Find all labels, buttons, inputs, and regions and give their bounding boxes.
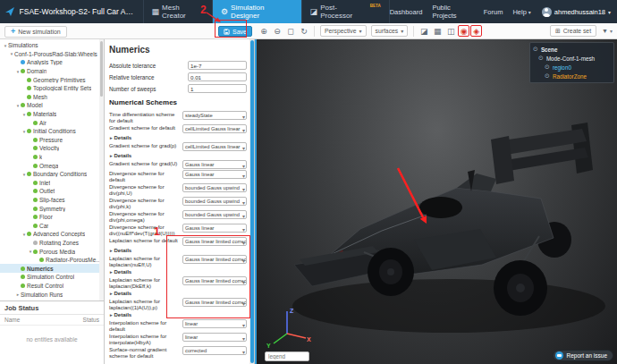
tree-item-symmetry[interactable]: Symmetry — [0, 204, 104, 213]
render-mode-select[interactable]: surfaces ▾ — [371, 25, 409, 37]
tab-post-processor[interactable]: ◪Post-ProcessorBETA — [301, 0, 390, 23]
scheme-select-gradient-scheme-for-grad-p[interactable]: cellLimited Gauss linear▾ — [182, 142, 247, 151]
details-toggle[interactable]: ▸Details — [110, 152, 247, 158]
scheme-select-laplacian-scheme-for-laplacian-dkeff-k[interactable]: Gauss linear limited correct...▾ — [182, 276, 247, 285]
new-simulation-button[interactable]: + New simulation — [4, 26, 67, 38]
tree-item-domain[interactable]: ▾Domain — [0, 67, 104, 76]
filter-menu[interactable]: ▼ ▾ — [602, 28, 613, 34]
scheme-select-laplacian-scheme-for-laplacian-nueff-u[interactable]: Gauss linear limited correct...▾ — [182, 255, 247, 264]
create-set-button[interactable]: ⊞ Create set — [550, 25, 596, 37]
tree-item-outlet[interactable]: Outlet — [0, 187, 104, 196]
tree-item-boundary-conditions[interactable]: ▾Boundary Conditions — [0, 170, 104, 179]
tree-item-conf-1-porousrad-slab-wheels[interactable]: ▾Conf-1-PorousRad-Slab:Wheels — [0, 50, 104, 59]
nav-forum[interactable]: Forum — [484, 8, 503, 16]
scene-root[interactable]: ⊙ Scene — [533, 45, 611, 54]
tree-item-mesh[interactable]: Mesh — [0, 93, 104, 102]
scheme-select-interpolation-scheme-for-interpolate-hbya[interactable]: linear▾ — [182, 333, 247, 342]
tree-item-car[interactable]: Car — [0, 221, 104, 230]
scheme-gradient-scheme-for-default: Gradient scheme for defaultcellLimited G… — [109, 124, 247, 133]
tree-item-numerics[interactable]: Numerics — [0, 264, 104, 273]
zoom-out-icon[interactable]: ⊖ — [271, 25, 283, 37]
pick-region-icon[interactable]: ◈ — [470, 25, 482, 37]
scene-item-radiatorzone[interactable]: ⊙RadiatorZone — [533, 72, 611, 80]
details-label: Details — [114, 153, 132, 158]
scheme-select-interpolation-scheme-for-default[interactable]: linear▾ — [182, 319, 247, 328]
tree-item-geometry-primitives[interactable]: Geometry Primitives — [0, 75, 104, 84]
tree-item-result-control[interactable]: Result Control — [0, 282, 104, 291]
tree-item-analysis-type[interactable]: Analysis Type — [0, 58, 104, 67]
legend-input[interactable] — [265, 351, 309, 361]
tab-simulation-designer[interactable]: ⚙Simulation Designer — [212, 0, 301, 23]
fit-view-icon[interactable]: ◻ — [284, 25, 297, 37]
tree-item-velocity[interactable]: Velocity — [0, 144, 104, 153]
tree-item-simulation-runs[interactable]: ▸Simulation Runs — [0, 290, 104, 299]
scheme-select-surface-normal-gradient-scheme-for-default[interactable]: corrected▾ — [182, 346, 247, 355]
tree-item-simulations[interactable]: ▾Simulations — [0, 41, 104, 50]
tree-scrollbar-thumb[interactable] — [100, 41, 103, 97]
clip-plane-icon[interactable]: ◫ — [444, 25, 457, 37]
eye-icon[interactable]: ⊙ — [545, 72, 550, 80]
user-menu[interactable]: ahmedhussain18 ▾ — [542, 0, 611, 23]
nav-public-projects[interactable]: Public Projects — [432, 4, 473, 20]
reset-view-icon[interactable]: ↻ — [298, 25, 310, 37]
scheme-select-time-differentiation-scheme-for-default[interactable]: steadyState▾ — [182, 111, 247, 120]
details-toggle[interactable]: ▸Details — [110, 290, 247, 296]
scheme-select-divergence-scheme-for-div-phi-omega[interactable]: bounded Gauss upwind▾ — [182, 210, 247, 219]
details-toggle[interactable]: ▸Details — [110, 311, 247, 317]
details-toggle[interactable]: ▸Details — [110, 134, 247, 140]
visibility-icon[interactable]: ◪ — [418, 25, 430, 37]
tree-item-simulation-control[interactable]: Simulation Control — [0, 273, 104, 282]
tree-item-initial-conditions[interactable]: ▾Initial Conditions — [0, 127, 104, 136]
tree-item-air[interactable]: Air — [0, 118, 104, 127]
zoom-in-icon[interactable]: ⊕ — [258, 25, 270, 37]
mesh-display-icon[interactable]: ▦ — [431, 25, 444, 37]
scheme-select-divergence-scheme-for-div-nueff-dev-t-grad-u[interactable]: Gauss linear▾ — [182, 224, 247, 233]
tree-item-rotating-zones[interactable]: Rotating Zones — [0, 239, 104, 248]
3d-viewport[interactable]: ⊙ Scene ⊙Mode-Conf-1-mesh⊙region0⊙Radiat… — [255, 39, 617, 364]
details-toggle[interactable]: ▸Details — [110, 247, 247, 253]
status-dot-green — [33, 198, 38, 202]
details-toggle[interactable]: ▸Details — [110, 268, 247, 275]
nav-help[interactable]: Help▾ — [512, 8, 530, 16]
tree-item-advanced-concepts[interactable]: ▾Advanced Concepts — [0, 230, 104, 239]
save-button[interactable]: Save — [218, 26, 252, 37]
panel-scrollbar[interactable] — [249, 39, 254, 364]
tree-item-topological-entity-sets[interactable]: Topological Entity Sets — [0, 84, 104, 93]
tree-item-porous-media[interactable]: ▾Porous Media — [0, 247, 104, 256]
perspective-select[interactable]: Perspective ▾ — [320, 25, 367, 37]
scheme-select-laplacian-scheme-for-default[interactable]: Gauss linear limited correct...▾ — [182, 237, 247, 246]
scheme-divergence-scheme-for-default: Divergence scheme for defaultGauss linea… — [109, 170, 247, 182]
field-input-number-of-sweeps[interactable] — [188, 84, 247, 93]
tree-item-pressure[interactable]: Pressure — [0, 136, 104, 145]
tree-item-omega[interactable]: Omega — [0, 161, 104, 170]
scheme-select-divergence-scheme-for-div-phi-u[interactable]: bounded Gauss upwind▾ — [182, 183, 247, 192]
tree-scrollbar[interactable] — [99, 39, 104, 301]
tree-item-radiator-porousmedium[interactable]: Radiator-PorousMedium — [0, 256, 104, 265]
field-input-absolute-tolerance[interactable] — [188, 61, 247, 70]
scheme-select-gradient-scheme-for-default[interactable]: cellLimited Gauss linear▾ — [182, 124, 247, 133]
tree-item-inlet[interactable]: Inlet — [0, 179, 104, 188]
scheme-interpolation-scheme-for-interpolate-hbya: Interpolation scheme for interpolate(Hby… — [109, 333, 247, 345]
field-input-relative-tolerance[interactable] — [188, 72, 247, 81]
scheme-select-divergence-scheme-for-default[interactable]: Gauss linear▾ — [182, 170, 247, 179]
scheme-select-divergence-scheme-for-div-phi-k[interactable]: bounded Gauss upwind▾ — [182, 197, 247, 206]
panel-scrollbar-thumb[interactable] — [250, 40, 254, 363]
tree-item-materials[interactable]: ▾Materials — [0, 110, 104, 119]
scheme-select-laplacian-scheme-for-laplacian-1-a-u-p[interactable]: Gauss linear limited correct...▾ — [182, 298, 247, 307]
report-issue-button[interactable]: Report an issue — [553, 350, 613, 361]
tree-item-model[interactable]: ▾Model — [0, 101, 104, 110]
pick-point-icon[interactable]: ◉ — [458, 25, 469, 37]
scene-item-mode-conf-1-mesh[interactable]: ⊙Mode-Conf-1-mesh — [533, 54, 611, 63]
eye-icon[interactable]: ⊙ — [545, 63, 550, 71]
eye-icon[interactable]: ⊙ — [533, 46, 538, 53]
nav-dashboard[interactable]: Dashboard — [390, 8, 423, 16]
tree-item-slip-faces[interactable]: Slip-faces — [0, 196, 104, 205]
scheme-select-gradient-scheme-for-grad-u[interactable]: Gauss linear▾ — [182, 160, 247, 169]
annotation-step-2: 2 — [200, 4, 207, 16]
status-dot-green — [33, 146, 38, 150]
tree-item-floor[interactable]: Floor — [0, 213, 104, 222]
tree-item-k[interactable]: k — [0, 153, 104, 162]
scene-item-region0[interactable]: ⊙region0 — [533, 63, 611, 72]
eye-icon[interactable]: ⊙ — [538, 55, 544, 62]
app-logo-icon[interactable] — [0, 0, 20, 23]
